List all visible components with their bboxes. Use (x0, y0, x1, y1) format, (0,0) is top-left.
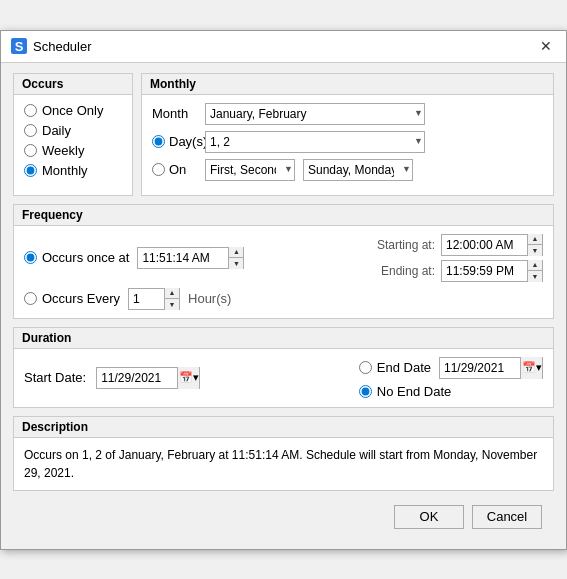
frequency-section: Frequency Occurs once at ▲ ▼ (13, 204, 554, 319)
starting-down[interactable]: ▼ (528, 245, 542, 256)
no-end-date-radio-label[interactable]: No End Date (359, 384, 451, 399)
ending-down[interactable]: ▼ (528, 271, 542, 282)
occurs-daily-radio[interactable] (24, 124, 37, 137)
end-date-input[interactable] (440, 358, 520, 378)
once-at-down[interactable]: ▼ (229, 258, 243, 269)
ok-button[interactable]: OK (394, 505, 464, 529)
every-text: Occurs Every (42, 291, 120, 306)
no-end-date-radio[interactable] (359, 385, 372, 398)
duration-right: End Date 📅▾ No End Date (359, 357, 543, 399)
occurs-monthly-label: Monthly (42, 163, 88, 178)
days-row: Day(s) 1, 2 ▼ (152, 131, 543, 153)
occurs-once-only[interactable]: Once Only (24, 103, 122, 118)
title-bar: S Scheduler ✕ (1, 31, 566, 63)
every-input[interactable] (129, 289, 164, 309)
days-radio-label[interactable]: Day(s) (152, 134, 197, 149)
on-radio[interactable] (152, 163, 165, 176)
every-arrows: ▲ ▼ (164, 288, 179, 310)
occurs-section: Occurs Once Only Daily Weekly (13, 73, 133, 196)
title-bar-left: S Scheduler (11, 38, 92, 54)
occurs-daily[interactable]: Daily (24, 123, 122, 138)
duration-row: Start Date: 📅▾ End Date (24, 357, 543, 399)
occurs-monthly-radio[interactable] (24, 164, 37, 177)
monthly-header: Monthly (142, 74, 553, 95)
every-up[interactable]: ▲ (165, 288, 179, 299)
end-date-row: End Date 📅▾ (359, 357, 543, 379)
dialog-title: Scheduler (33, 39, 92, 54)
frequency-content: Occurs once at ▲ ▼ Starting at: (14, 226, 553, 318)
occurs-once-only-label: Once Only (42, 103, 103, 118)
description-section: Description Occurs on 1, 2 of January, F… (13, 416, 554, 491)
end-date-radio[interactable] (359, 361, 372, 374)
end-date-calendar-btn[interactable]: 📅▾ (520, 357, 542, 379)
end-date-radio-label[interactable]: End Date (359, 360, 431, 375)
every-radio[interactable] (24, 292, 37, 305)
app-icon: S (11, 38, 27, 54)
ending-row: Ending at: ▲ ▼ (365, 260, 543, 282)
start-date-calendar-btn[interactable]: 📅▾ (177, 367, 199, 389)
no-end-date-label: No End Date (377, 384, 451, 399)
occurs-weekly-radio[interactable] (24, 144, 37, 157)
days-radio-text: Day(s) (169, 134, 207, 149)
freq-right: Starting at: ▲ ▼ Ending at: (365, 234, 543, 282)
duration-section: Duration Start Date: 📅▾ End Date (13, 327, 554, 408)
once-at-row: Occurs once at ▲ ▼ Starting at: (24, 234, 543, 282)
ending-label: Ending at: (365, 264, 435, 278)
no-end-date-row: No End Date (359, 384, 543, 399)
on-row: On First, Second ▼ Sunday, Monday (152, 159, 543, 181)
end-date-spinbox: 📅▾ (439, 357, 543, 379)
dialog-body: Occurs Once Only Daily Weekly (1, 63, 566, 549)
starting-spinbox: ▲ ▼ (441, 234, 543, 256)
ending-arrows: ▲ ▼ (527, 260, 542, 282)
description-header: Description (14, 417, 553, 438)
start-date-input[interactable] (97, 368, 177, 388)
ending-up[interactable]: ▲ (528, 260, 542, 271)
once-at-radio[interactable] (24, 251, 37, 264)
description-text: Occurs on 1, 2 of January, February at 1… (14, 438, 553, 490)
on-radio-label[interactable]: On (152, 162, 197, 177)
days-select[interactable]: 1, 2 (205, 131, 425, 153)
starting-input[interactable] (442, 235, 527, 255)
every-row: Occurs Every ▲ ▼ Hour(s) (24, 288, 543, 310)
monthly-section: Monthly Month January, February ▼ (141, 73, 554, 196)
once-at-spinbox: ▲ ▼ (137, 247, 244, 269)
monthly-content: Month January, February ▼ Day(s) (142, 95, 553, 195)
occurs-monthly[interactable]: Monthly (24, 163, 122, 178)
top-sections: Occurs Once Only Daily Weekly (13, 73, 554, 196)
scheduler-dialog: S Scheduler ✕ Occurs Once Only Daily (0, 30, 567, 550)
once-at-arrows: ▲ ▼ (228, 247, 243, 269)
once-at-text: Occurs once at (42, 250, 129, 265)
every-unit: Hour(s) (188, 291, 231, 306)
ending-spinbox: ▲ ▼ (441, 260, 543, 282)
first-select[interactable]: First, Second (205, 159, 295, 181)
once-at-up[interactable]: ▲ (229, 247, 243, 258)
occurs-header: Occurs (14, 74, 132, 95)
occurs-radio-group: Once Only Daily Weekly Monthly (14, 95, 132, 186)
first-select-wrapper: First, Second ▼ (205, 159, 295, 181)
occurs-weekly-label: Weekly (42, 143, 84, 158)
days-radio[interactable] (152, 135, 165, 148)
starting-arrows: ▲ ▼ (527, 234, 542, 256)
day-select[interactable]: Sunday, Monday (303, 159, 413, 181)
start-date-spinbox: 📅▾ (96, 367, 200, 389)
every-spinbox: ▲ ▼ (128, 288, 180, 310)
every-label[interactable]: Occurs Every (24, 291, 120, 306)
every-down[interactable]: ▼ (165, 299, 179, 310)
month-select[interactable]: January, February (205, 103, 425, 125)
month-label: Month (152, 106, 197, 121)
close-button[interactable]: ✕ (536, 36, 556, 56)
starting-row: Starting at: ▲ ▼ (365, 234, 543, 256)
month-row: Month January, February ▼ (152, 103, 543, 125)
duration-header: Duration (14, 328, 553, 349)
occurs-weekly[interactable]: Weekly (24, 143, 122, 158)
ending-input[interactable] (442, 261, 527, 281)
occurs-daily-label: Daily (42, 123, 71, 138)
starting-up[interactable]: ▲ (528, 234, 542, 245)
end-date-label: End Date (377, 360, 431, 375)
once-at-label[interactable]: Occurs once at (24, 250, 129, 265)
occurs-once-only-radio[interactable] (24, 104, 37, 117)
day-select-wrapper: Sunday, Monday ▼ (303, 159, 413, 181)
month-select-wrapper: January, February ▼ (205, 103, 425, 125)
cancel-button[interactable]: Cancel (472, 505, 542, 529)
once-at-input[interactable] (138, 248, 228, 268)
